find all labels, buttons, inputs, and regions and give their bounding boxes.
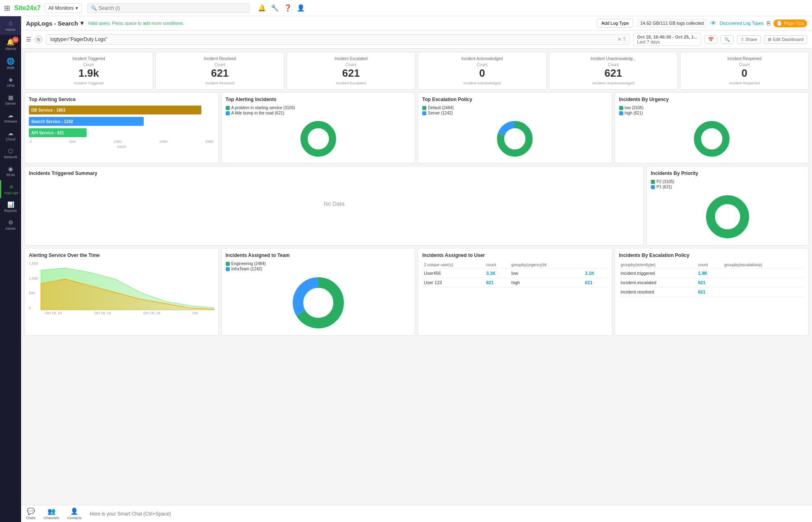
query-text: logtype="PagerDuty Logs" [50, 37, 107, 42]
query-help-icon[interactable]: ? [623, 37, 626, 42]
sidebar-item-web[interactable]: 🌐 Web [0, 54, 21, 73]
add-log-type-button[interactable]: Add Log Type [597, 19, 633, 28]
legend-item-esc-1: Server (1242) [422, 111, 454, 115]
dashboard: Incident Triggered Count 1.9k Incident T… [21, 49, 812, 505]
esc-policy-1 [723, 278, 804, 287]
help-icon[interactable]: ❓ [284, 4, 292, 12]
discovered-log-types-link[interactable]: Discovered Log Types [719, 21, 764, 26]
user-name-1: User 123 [422, 278, 485, 287]
esc-count-2: 621 [696, 287, 722, 297]
sub-header: AppLogs - Search ▾ Valid query. Press sp… [21, 16, 812, 30]
log-collected-info: 14.62 GB/111 GB logs collected [637, 19, 708, 28]
vmware-icon: ☁ [8, 112, 13, 119]
svg-point-8 [701, 128, 722, 149]
stat-cards-row: Incident Triggered Count 1.9k Incident T… [24, 52, 809, 90]
bar-row-2: API Service - 621 [29, 128, 214, 137]
query-input-field[interactable]: logtype="PagerDuty Logs" ✕ ? [46, 34, 630, 45]
page-tips-button[interactable]: 📑 Page Tips [773, 19, 807, 27]
svg-point-16 [304, 288, 333, 317]
sidebar-item-admin[interactable]: ⚙ Admin [0, 216, 21, 234]
legend-dot-blue [226, 111, 230, 115]
y-label-1: 1,000 [29, 276, 38, 280]
sidebar-item-network[interactable]: ⬡ Network [0, 145, 21, 162]
refresh-icon[interactable]: ↻ [35, 35, 43, 43]
esc-col-header-1: count [696, 261, 722, 269]
legend-item-esc-0: Default (2484) [422, 106, 454, 110]
title-chevron-icon[interactable]: ▾ [80, 19, 84, 27]
user-count-1: 621 [485, 278, 510, 287]
bottom-item-chats[interactable]: 💬 Chats [26, 507, 36, 520]
sidebar-label-network: Network [4, 155, 17, 159]
wrench-icon[interactable]: 🔧 [271, 4, 279, 12]
table-row: User 123 621 high 621 [422, 278, 608, 287]
stat-count-label-4: Count [553, 63, 673, 67]
bar-label-1: Search Service - 1242 [31, 119, 73, 124]
share-button[interactable]: ⇧ Share [737, 35, 761, 44]
incidents-assigned-team-title: Incidents Assigned to Team [226, 252, 411, 258]
legend-dot-team-green [226, 262, 230, 266]
list-icon: ☰ [26, 36, 31, 43]
escalation-table: groupby(eventtype) count groupby(escalat… [619, 261, 805, 297]
share-icon: ⇧ [741, 37, 744, 42]
rum-icon: ◉ [8, 166, 13, 172]
user-urgency-0: low [510, 269, 583, 278]
search-button[interactable]: 🔍 [721, 35, 734, 44]
legend-dot-pri-blue [651, 185, 655, 189]
legend-dot-team-blue [226, 267, 230, 271]
sidebar-item-apm[interactable]: ◈ APM [0, 73, 21, 91]
sidebar-item-cloud[interactable]: ☁ Cloud [0, 127, 21, 145]
notification-icon[interactable]: 🔔 [258, 4, 266, 12]
esc-count-0: 1.9K [696, 269, 722, 278]
bottom-item-contacts[interactable]: 👤 Contacts [67, 507, 82, 520]
stat-count-label-1: Count [160, 63, 280, 67]
legend-dot-esc-blue [422, 111, 426, 115]
sidebar-item-vmware[interactable]: ☁ VMware [0, 109, 21, 127]
search-input[interactable] [99, 5, 246, 11]
global-search[interactable]: 🔍 [87, 3, 250, 13]
priority-legend: P2 (3105) P1 (621) [651, 179, 674, 190]
stat-title-5: Incident Reopened [685, 56, 804, 61]
bar-chart: DB Service - 1863 Search Service - 1242 [29, 106, 214, 149]
copy-icon[interactable]: ⎘ [767, 20, 770, 26]
stat-count-label-3: Count [422, 63, 542, 67]
stat-card-incident-resolved: Incident Resolved Count 621 Incident Res… [155, 52, 284, 90]
stat-sub-2: Incident Escalated [291, 81, 411, 85]
stat-value-2: 621 [291, 67, 411, 80]
monitor-select[interactable]: All Monitors ▾ [45, 3, 82, 13]
bottom-item-channels[interactable]: 👥 Channels [44, 507, 59, 520]
legend-label-urg-0: low (3105) [625, 106, 644, 110]
nav-icons: 🔔 🔧 ❓ 👤 [258, 4, 305, 12]
smart-chat-input[interactable] [90, 511, 807, 517]
sidebar-item-home[interactable]: ⌂ Home [0, 16, 21, 35]
date-range-picker[interactable]: Oct 18, 16:46:30 - Oct 25, 1... Last 7 d… [633, 33, 701, 46]
legend-item-1: A little bump in the road (621) [226, 111, 295, 115]
stat-title-0: Incident Triggered [29, 56, 149, 61]
legend-item-pri-0: P2 (3105) [651, 179, 674, 184]
user-avatar[interactable]: 👤 [297, 4, 305, 12]
svg-point-2 [308, 128, 329, 149]
sidebar-item-applogs[interactable]: ≡ AppLogs [0, 180, 21, 198]
sidebar-item-reports[interactable]: 📊 Reports [0, 198, 21, 216]
grid-icon[interactable]: ⊞ [4, 4, 10, 13]
top-alerting-incidents-chart: Top Alerting Incidents A problem in star… [221, 92, 416, 164]
sidebar-item-server[interactable]: ▦ Server [0, 91, 21, 109]
query-clear-icon[interactable]: ✕ [618, 37, 622, 42]
incidents-triggered-summary-card: Incidents Triggered Summary No Data [24, 166, 644, 246]
edit-dashboard-button[interactable]: ⊞ Edit Dashboard [764, 35, 807, 44]
sub-header-right: Add Log Type 14.62 GB/111 GB logs collec… [597, 19, 807, 28]
user-name-0: User456 [422, 269, 485, 278]
logo: Site24x7 [14, 4, 41, 12]
server-icon: ▦ [8, 94, 13, 101]
sidebar-item-alarms[interactable]: 36 🔔 Alarms [0, 35, 21, 54]
user-urgency-1: high [510, 278, 583, 287]
x-label-3: 1500 [159, 140, 167, 144]
bar-label-2: API Service - 621 [31, 131, 64, 135]
donut-svg-incidents [298, 119, 339, 159]
contacts-label: Contacts [67, 516, 82, 520]
stat-card-incident-reopened: Incident Reopened Count 0 Incident Reope… [680, 52, 809, 90]
query-bar: ☰ ↻ logtype="PagerDuty Logs" ✕ ? Oct 18,… [21, 30, 812, 49]
calendar-icon-button[interactable]: 📅 [704, 35, 717, 44]
legend-dot-pri-green [651, 180, 655, 184]
sidebar-item-rum[interactable]: ◉ RUM [0, 162, 21, 180]
y-label-3: 0 [29, 306, 38, 310]
